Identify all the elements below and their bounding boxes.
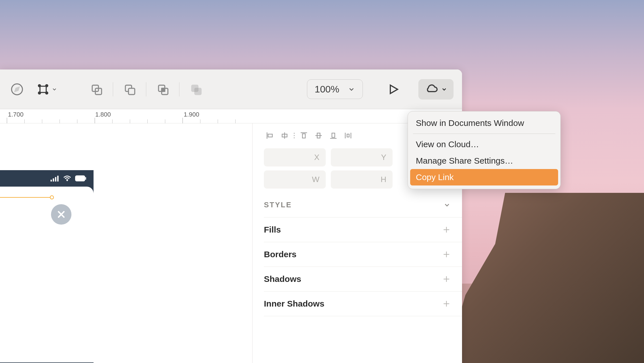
svg-rect-10	[128, 88, 135, 94]
plus-icon[interactable]	[442, 225, 451, 234]
menu-copy-link[interactable]: Copy Link	[410, 169, 558, 185]
ruler-label: 1.700	[8, 111, 24, 118]
menu-manage-share-settings[interactable]: Manage Share Settings…	[408, 153, 560, 169]
toolbar-separator	[113, 82, 113, 96]
style-header-label: STYLE	[264, 201, 292, 209]
svg-rect-19	[55, 177, 56, 182]
ruler-label: 1.800	[95, 111, 111, 118]
cloud-icon	[425, 84, 438, 95]
svg-rect-13	[162, 88, 165, 91]
app-window: 100% 1.700 1.800 1.900	[0, 69, 462, 363]
desktop-cliff	[446, 193, 644, 363]
shadows-row[interactable]: Shadows	[264, 267, 462, 292]
plus-icon[interactable]	[442, 299, 451, 308]
prototype-connector[interactable]	[0, 197, 51, 198]
y-field[interactable]: Y	[331, 148, 393, 166]
prototype-connector-end[interactable]	[50, 195, 54, 199]
inner-shadows-row[interactable]: Inner Shadows	[264, 292, 462, 316]
shadows-label: Shadows	[264, 274, 301, 284]
align-top-icon[interactable]	[298, 130, 310, 142]
toolbar-separator	[146, 82, 146, 96]
main-area: X Y W H STYLE Fills Borders Shadows	[0, 123, 462, 363]
cloud-share-button[interactable]	[418, 79, 454, 100]
svg-point-3	[39, 85, 41, 86]
svg-rect-15	[195, 88, 201, 94]
toolbar: 100%	[0, 69, 462, 109]
cloud-dropdown-menu: Show in Documents Window View on Cloud… …	[408, 111, 561, 189]
plus-icon[interactable]	[442, 250, 451, 259]
svg-rect-2	[40, 86, 46, 92]
align-center-h-icon[interactable]	[279, 130, 291, 142]
chevron-down-icon	[348, 86, 355, 93]
svg-marker-16	[390, 85, 398, 93]
ruler-label: 1.900	[184, 111, 199, 118]
align-middle-v-icon[interactable]	[313, 130, 325, 142]
svg-point-6	[46, 92, 48, 94]
inner-shadows-label: Inner Shadows	[264, 299, 324, 309]
fills-row[interactable]: Fills	[264, 218, 462, 242]
frame-tool-button[interactable]	[33, 81, 61, 98]
boolean-union-icon[interactable]	[88, 81, 105, 98]
svg-rect-17	[50, 180, 52, 182]
svg-rect-33	[332, 133, 335, 137]
boolean-subtract-icon[interactable]	[121, 81, 138, 98]
artboard-mobile[interactable]	[0, 170, 94, 363]
w-field[interactable]: W	[264, 170, 326, 189]
toolbar-separator	[179, 82, 179, 96]
svg-rect-23	[85, 177, 86, 180]
wifi-icon	[63, 175, 71, 182]
signal-icon	[50, 175, 60, 182]
svg-rect-36	[347, 134, 349, 137]
svg-rect-20	[57, 176, 59, 182]
zoom-select[interactable]: 100%	[307, 79, 363, 99]
chevron-down-icon	[52, 86, 57, 92]
canvas-area[interactable]	[0, 123, 252, 363]
svg-rect-25	[268, 134, 272, 137]
svg-point-4	[46, 85, 48, 86]
menu-view-on-cloud[interactable]: View on Cloud…	[408, 136, 560, 153]
menu-show-in-documents[interactable]: Show in Documents Window	[408, 115, 560, 131]
status-bar	[0, 170, 94, 187]
close-icon	[56, 209, 67, 220]
svg-rect-29	[302, 134, 305, 138]
svg-marker-1	[15, 87, 19, 91]
svg-point-21	[67, 180, 68, 181]
chevron-down-icon	[443, 201, 451, 209]
svg-point-5	[39, 92, 41, 94]
preview-play-button[interactable]	[385, 81, 402, 98]
horizontal-ruler: 1.700 1.800 1.900	[0, 109, 462, 123]
fills-label: Fills	[264, 225, 281, 235]
h-field[interactable]: H	[331, 170, 393, 189]
zoom-value: 100%	[315, 84, 339, 95]
plus-icon[interactable]	[442, 275, 451, 283]
svg-rect-22	[75, 176, 85, 181]
style-header[interactable]: STYLE	[264, 193, 462, 218]
close-button[interactable]	[51, 204, 71, 225]
artboard-body	[0, 187, 94, 362]
svg-rect-18	[53, 178, 54, 182]
chevron-down-icon	[441, 86, 447, 92]
borders-label: Borders	[264, 250, 296, 259]
align-separator	[293, 133, 295, 138]
compass-icon[interactable]	[9, 81, 26, 98]
battery-icon	[75, 175, 87, 182]
boolean-intersect-icon[interactable]	[154, 81, 171, 98]
align-bottom-icon[interactable]	[327, 130, 339, 142]
align-left-icon[interactable]	[264, 130, 276, 142]
distribute-h-icon[interactable]	[342, 130, 354, 142]
x-field[interactable]: X	[264, 148, 326, 166]
borders-row[interactable]: Borders	[264, 242, 462, 267]
menu-separator	[413, 134, 555, 134]
boolean-difference-icon[interactable]	[187, 81, 204, 98]
